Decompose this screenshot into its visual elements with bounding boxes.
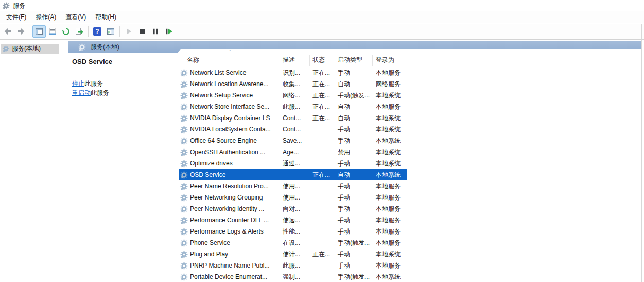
service-logon-cell: 本地系统	[372, 90, 407, 101]
service-desc-cell: 此服...	[280, 101, 309, 112]
service-startup-cell: 自动	[334, 112, 372, 124]
start-service-button[interactable]	[122, 25, 135, 38]
stop-service-button[interactable]	[135, 25, 149, 38]
table-row[interactable]: Phone Service在设...手动(触发...本地服务	[179, 237, 407, 248]
menu-file[interactable]: 文件(F)	[2, 11, 31, 23]
menu-action[interactable]: 操作(A)	[31, 11, 61, 23]
column-header-desc[interactable]: 描述	[280, 56, 309, 64]
properties-button[interactable]	[46, 25, 59, 38]
menu-view[interactable]: 查看(V)	[61, 11, 91, 23]
service-gear-icon	[180, 126, 188, 134]
service-gear-icon	[180, 69, 188, 77]
column-separator[interactable]	[280, 55, 280, 66]
service-desc-cell: Save...	[280, 135, 309, 146]
service-logon-cell: 本地服务	[372, 67, 407, 78]
column-header-status[interactable]: 状态	[309, 56, 334, 64]
service-logon-cell: 本地服务	[372, 101, 407, 112]
table-row[interactable]: Office 64 Source EngineSave...手动本地系统	[179, 135, 407, 146]
service-gear-icon	[180, 92, 188, 99]
table-row[interactable]: OSD Service正在...自动本地系统	[179, 169, 407, 180]
service-status-cell	[309, 237, 334, 248]
table-row[interactable]: Performance Counter DLL ...使远...手动本地服务	[179, 214, 407, 226]
table-row[interactable]: Peer Networking Identity ...向对...手动本地服务	[179, 203, 407, 214]
table-row[interactable]: PNRP Machine Name Publ...此服...手动本地服务	[179, 260, 407, 271]
column-header-logon[interactable]: 登录为	[372, 56, 407, 64]
tree-item-label: 服务(本地)	[12, 44, 41, 53]
menu-help[interactable]: 帮助(H)	[91, 11, 121, 23]
table-row[interactable]: NVIDIA LocalSystem Conta...Cont...手动本地系统	[179, 124, 407, 135]
service-gear-icon	[180, 137, 188, 145]
title-bar: 服务	[0, 0, 644, 11]
service-desc-cell: 收集...	[280, 78, 309, 90]
column-separator[interactable]	[334, 55, 334, 66]
extended-view-title: 服务(本地)	[91, 43, 119, 52]
restart-service-link[interactable]: 重启动	[72, 89, 91, 96]
table-row[interactable]: Network Location Awarene...收集...正在...自动网…	[179, 78, 407, 90]
service-status-cell	[309, 146, 334, 158]
service-status-cell	[309, 203, 334, 214]
service-desc-cell: 网络...	[280, 90, 309, 101]
service-desc-cell: 向对...	[280, 203, 309, 214]
column-separator[interactable]	[309, 55, 310, 66]
show-console-tree-button[interactable]	[32, 25, 46, 38]
services-gear-icon	[3, 45, 9, 52]
service-desc-cell: 使用...	[280, 192, 309, 203]
service-startup-cell: 手动(触发...	[334, 271, 372, 282]
service-action-line: 重启动此服务	[72, 88, 175, 97]
service-startup-cell: 手动	[334, 158, 372, 169]
stop-service-link[interactable]: 停止	[72, 80, 84, 87]
table-row[interactable]: Peer Name Resolution Pro...使用...手动本地服务	[179, 180, 407, 192]
service-desc-cell: 使远...	[280, 214, 309, 226]
service-startup-cell: 手动	[334, 203, 372, 214]
table-row[interactable]: Network Store Interface Se...此服...正在...自…	[179, 101, 407, 112]
refresh-button[interactable]	[59, 25, 73, 38]
restart-icon	[165, 27, 173, 36]
service-rows: Network List Service识别...正在...手动本地服务Netw…	[179, 67, 407, 282]
window-title: 服务	[13, 2, 25, 10]
service-status-cell	[309, 271, 334, 282]
column-separator[interactable]	[407, 55, 407, 66]
service-desc-cell: 性能...	[280, 226, 309, 237]
table-row[interactable]: Plug and Play使计...正在...手动本地系统	[179, 248, 407, 260]
service-gear-icon	[180, 114, 188, 122]
column-header-startup[interactable]: 启动类型	[334, 56, 372, 64]
toolbar: ?	[0, 24, 644, 40]
forward-button[interactable]	[14, 25, 28, 38]
service-gear-icon	[180, 205, 188, 213]
service-logon-cell: 本地系统	[372, 146, 407, 158]
export-list-button[interactable]	[73, 25, 86, 38]
service-desc-cell: 识别...	[280, 67, 309, 78]
table-row[interactable]: Peer Networking Grouping使用...手动本地服务	[179, 192, 407, 203]
restart-link-suffix: 此服务	[91, 89, 109, 96]
pause-service-button[interactable]	[149, 25, 162, 38]
forward-arrow-icon	[17, 27, 25, 36]
service-status-cell	[309, 158, 334, 169]
back-button[interactable]	[1, 25, 14, 38]
service-name-cell: Network Setup Service	[179, 90, 280, 101]
help-icon: ?	[93, 27, 101, 36]
table-row[interactable]: Optimize drives通过...手动本地系统	[179, 158, 407, 169]
column-header-name[interactable]: 名称	[179, 56, 280, 64]
column-separator[interactable]	[372, 55, 373, 66]
service-logon-cell: 本地系统	[372, 248, 407, 260]
table-row[interactable]: Performance Logs & Alerts性能...手动本地服务	[179, 226, 407, 237]
table-row[interactable]: Network List Service识别...正在...手动本地服务	[179, 67, 407, 78]
help-button[interactable]: ?	[91, 25, 104, 38]
tree-item-services-local[interactable]: 服务(本地)	[1, 44, 59, 54]
restart-service-button[interactable]	[162, 25, 176, 38]
service-name-cell: Optimize drives	[179, 158, 280, 169]
service-name-cell: Office 64 Source Engine	[179, 135, 280, 146]
service-name-cell: Peer Name Resolution Pro...	[179, 180, 280, 192]
table-row[interactable]: NVIDIA Display Container LSCont...正在...自…	[179, 112, 407, 124]
service-name-cell: Portable Device Enumerat...	[179, 271, 280, 282]
show-action-pane-button[interactable]	[104, 25, 117, 38]
service-name-cell: Phone Service	[179, 237, 280, 248]
table-row[interactable]: Portable Device Enumerat...强制...手动(触发...…	[179, 271, 407, 282]
service-startup-cell: 自动	[334, 78, 372, 90]
selected-service-title: OSD Service	[72, 58, 175, 65]
table-row[interactable]: OpenSSH Authentication ...Age...禁用本地系统	[179, 146, 407, 158]
service-desc-cell: 通过...	[280, 158, 309, 169]
table-row[interactable]: Network Setup Service网络...正在...手动(触发...本…	[179, 90, 407, 101]
service-name-cell: Plug and Play	[179, 248, 280, 260]
service-status-cell: 正在...	[309, 112, 334, 124]
